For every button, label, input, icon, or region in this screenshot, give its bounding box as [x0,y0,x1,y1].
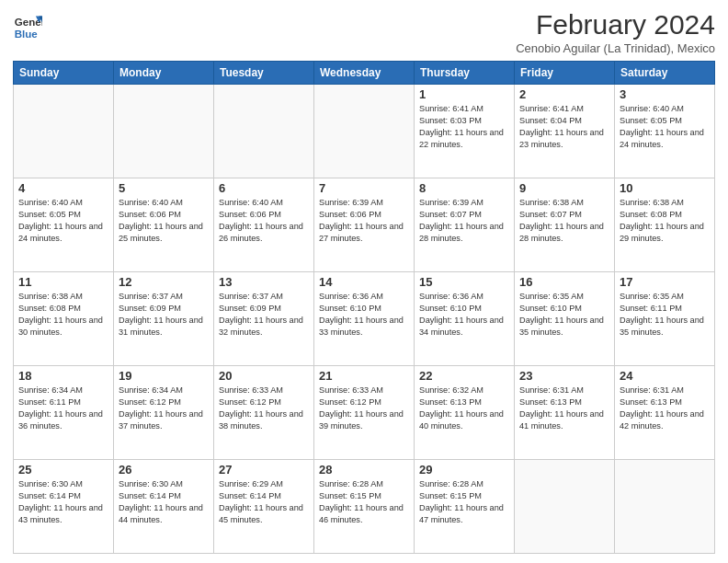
day-number: 1 [419,87,509,101]
day-number: 15 [419,275,509,289]
day-number: 21 [319,369,409,383]
calendar-cell: 28Sunrise: 6:28 AM Sunset: 6:15 PM Dayli… [314,460,415,554]
calendar-cell: 11Sunrise: 6:38 AM Sunset: 6:08 PM Dayli… [14,272,114,366]
day-number: 29 [419,463,509,477]
day-number: 16 [519,275,609,289]
day-number: 27 [219,463,309,477]
weekday-header-thursday: Thursday [415,62,515,85]
day-info: Sunrise: 6:28 AM Sunset: 6:15 PM Dayligh… [419,478,509,526]
logo: General Blue [13,13,42,42]
calendar-cell [14,85,114,178]
day-number: 9 [519,181,609,195]
calendar-cell: 29Sunrise: 6:28 AM Sunset: 6:15 PM Dayli… [415,460,515,554]
day-number: 23 [519,369,609,383]
day-number: 13 [219,275,309,289]
day-info: Sunrise: 6:38 AM Sunset: 6:08 PM Dayligh… [620,197,710,245]
day-info: Sunrise: 6:38 AM Sunset: 6:07 PM Dayligh… [519,197,609,245]
header: General Blue February 2024 Cenobio Aguil… [13,9,715,55]
weekday-header-friday: Friday [515,62,615,85]
day-info: Sunrise: 6:35 AM Sunset: 6:10 PM Dayligh… [519,291,609,339]
calendar-cell: 10Sunrise: 6:38 AM Sunset: 6:08 PM Dayli… [615,178,715,272]
weekday-header-monday: Monday [114,62,214,85]
calendar-cell: 20Sunrise: 6:33 AM Sunset: 6:12 PM Dayli… [214,366,314,460]
day-info: Sunrise: 6:33 AM Sunset: 6:12 PM Dayligh… [219,385,309,432]
day-number: 11 [18,275,108,289]
day-info: Sunrise: 6:40 AM Sunset: 6:05 PM Dayligh… [620,103,710,151]
day-number: 3 [620,87,710,101]
subtitle: Cenobio Aguilar (La Trinidad), Mexico [516,41,715,55]
calendar-cell: 18Sunrise: 6:34 AM Sunset: 6:11 PM Dayli… [14,366,114,460]
day-info: Sunrise: 6:39 AM Sunset: 6:06 PM Dayligh… [319,197,409,245]
week-row-4: 25Sunrise: 6:30 AM Sunset: 6:14 PM Dayli… [14,460,715,554]
day-number: 18 [18,369,108,383]
weekday-header-row: SundayMondayTuesdayWednesdayThursdayFrid… [14,62,715,85]
day-number: 26 [119,463,209,477]
day-info: Sunrise: 6:41 AM Sunset: 6:03 PM Dayligh… [419,103,509,151]
week-row-3: 18Sunrise: 6:34 AM Sunset: 6:11 PM Dayli… [14,366,715,460]
day-info: Sunrise: 6:29 AM Sunset: 6:14 PM Dayligh… [219,478,309,526]
calendar-cell [515,460,615,554]
calendar-cell: 21Sunrise: 6:33 AM Sunset: 6:12 PM Dayli… [314,366,415,460]
day-info: Sunrise: 6:32 AM Sunset: 6:13 PM Dayligh… [419,385,509,432]
main-title: February 2024 [516,9,715,40]
logo-icon: General Blue [13,13,42,42]
calendar-cell: 2Sunrise: 6:41 AM Sunset: 6:04 PM Daylig… [515,85,615,178]
weekday-header-tuesday: Tuesday [214,62,314,85]
day-number: 12 [119,275,209,289]
day-info: Sunrise: 6:40 AM Sunset: 6:05 PM Dayligh… [18,197,108,245]
calendar-cell: 17Sunrise: 6:35 AM Sunset: 6:11 PM Dayli… [615,272,715,366]
calendar: SundayMondayTuesdayWednesdayThursdayFrid… [13,61,715,554]
day-number: 17 [620,275,710,289]
day-info: Sunrise: 6:36 AM Sunset: 6:10 PM Dayligh… [319,291,409,339]
day-info: Sunrise: 6:31 AM Sunset: 6:13 PM Dayligh… [519,385,609,432]
day-info: Sunrise: 6:34 AM Sunset: 6:11 PM Dayligh… [18,385,108,432]
day-number: 10 [620,181,710,195]
day-number: 5 [119,181,209,195]
day-number: 4 [18,181,108,195]
calendar-cell: 9Sunrise: 6:38 AM Sunset: 6:07 PM Daylig… [515,178,615,272]
title-block: February 2024 Cenobio Aguilar (La Trinid… [516,9,715,55]
calendar-cell: 24Sunrise: 6:31 AM Sunset: 6:13 PM Dayli… [615,366,715,460]
calendar-cell [214,85,314,178]
calendar-cell: 15Sunrise: 6:36 AM Sunset: 6:10 PM Dayli… [415,272,515,366]
day-info: Sunrise: 6:30 AM Sunset: 6:14 PM Dayligh… [18,478,108,526]
weekday-header-wednesday: Wednesday [314,62,415,85]
calendar-cell [615,460,715,554]
day-info: Sunrise: 6:40 AM Sunset: 6:06 PM Dayligh… [119,197,209,245]
day-number: 8 [419,181,509,195]
calendar-cell: 12Sunrise: 6:37 AM Sunset: 6:09 PM Dayli… [114,272,214,366]
calendar-cell: 19Sunrise: 6:34 AM Sunset: 6:12 PM Dayli… [114,366,214,460]
calendar-cell: 5Sunrise: 6:40 AM Sunset: 6:06 PM Daylig… [114,178,214,272]
day-number: 25 [18,463,108,477]
week-row-0: 1Sunrise: 6:41 AM Sunset: 6:03 PM Daylig… [14,85,715,178]
day-number: 24 [620,369,710,383]
day-info: Sunrise: 6:39 AM Sunset: 6:07 PM Dayligh… [419,197,509,245]
calendar-cell: 22Sunrise: 6:32 AM Sunset: 6:13 PM Dayli… [415,366,515,460]
day-number: 6 [219,181,309,195]
calendar-cell: 25Sunrise: 6:30 AM Sunset: 6:14 PM Dayli… [14,460,114,554]
day-number: 28 [319,463,409,477]
day-info: Sunrise: 6:31 AM Sunset: 6:13 PM Dayligh… [620,385,710,432]
calendar-cell: 13Sunrise: 6:37 AM Sunset: 6:09 PM Dayli… [214,272,314,366]
calendar-cell: 14Sunrise: 6:36 AM Sunset: 6:10 PM Dayli… [314,272,415,366]
day-info: Sunrise: 6:37 AM Sunset: 6:09 PM Dayligh… [219,291,309,339]
calendar-cell [314,85,415,178]
svg-text:Blue: Blue [15,29,39,40]
week-row-1: 4Sunrise: 6:40 AM Sunset: 6:05 PM Daylig… [14,178,715,272]
calendar-cell: 7Sunrise: 6:39 AM Sunset: 6:06 PM Daylig… [314,178,415,272]
day-info: Sunrise: 6:36 AM Sunset: 6:10 PM Dayligh… [419,291,509,339]
page: General Blue February 2024 Cenobio Aguil… [0,0,728,563]
calendar-cell: 6Sunrise: 6:40 AM Sunset: 6:06 PM Daylig… [214,178,314,272]
day-number: 14 [319,275,409,289]
calendar-cell: 1Sunrise: 6:41 AM Sunset: 6:03 PM Daylig… [415,85,515,178]
week-row-2: 11Sunrise: 6:38 AM Sunset: 6:08 PM Dayli… [14,272,715,366]
calendar-cell: 16Sunrise: 6:35 AM Sunset: 6:10 PM Dayli… [515,272,615,366]
calendar-cell: 23Sunrise: 6:31 AM Sunset: 6:13 PM Dayli… [515,366,615,460]
day-number: 7 [319,181,409,195]
day-info: Sunrise: 6:34 AM Sunset: 6:12 PM Dayligh… [119,385,209,432]
day-number: 20 [219,369,309,383]
calendar-cell [114,85,214,178]
day-info: Sunrise: 6:33 AM Sunset: 6:12 PM Dayligh… [319,385,409,432]
day-info: Sunrise: 6:38 AM Sunset: 6:08 PM Dayligh… [18,291,108,339]
day-number: 22 [419,369,509,383]
